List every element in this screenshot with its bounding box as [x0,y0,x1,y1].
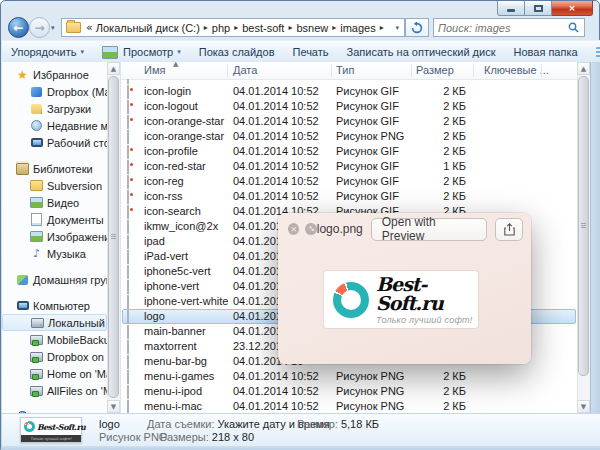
sidebar-item-видео[interactable]: Видео [2,194,107,211]
file-icon-png [127,296,129,308]
chevron-down-icon: ▾ [177,48,181,56]
file-type: Рисунок GIF [336,145,399,157]
sidebar-scroll-down-icon[interactable]: ▼ [107,400,120,413]
file-icon-gif [127,101,129,113]
file-row[interactable]: icon-red-star04.01.2014 10:52Рисунок GIF… [121,159,577,174]
sidebar-scrollbar-thumb[interactable] [108,76,119,398]
favorites-icon: ★ [16,68,29,81]
file-row[interactable]: menu-i-ipod04.01.2014 10:52Рисунок PNG2 … [121,384,577,399]
file-list-scrollbar[interactable]: ▲ ▼ [577,62,590,413]
sidebar-item-документы[interactable]: Документы [2,211,107,228]
sidebar-item-избранное[interactable]: ★Избранное [2,66,107,83]
list-scroll-up-icon[interactable]: ▲ [577,62,590,75]
file-name: icon-reg [144,175,184,187]
file-row[interactable]: icon-rss04.01.2014 10:52Рисунок GIF2 КБ [121,189,577,204]
sidebar-item-локальный-диск[interactable]: Локальный диск [2,314,107,331]
sidebar-item-изображения[interactable]: Изображения [2,228,107,245]
file-list-scrollbar-thumb[interactable] [578,76,589,376]
brand-name: Best-Soft.ru [376,275,478,313]
file-row[interactable]: icon-profile04.01.2014 10:52Рисунок GIF2… [121,144,577,159]
file-date: 04.01.2014 10:52 [233,190,319,202]
breadcrumb-segment[interactable]: bsnew [295,22,329,34]
search-icon[interactable] [568,22,579,33]
file-name: menu-i-mac [144,400,202,412]
column-header-size[interactable]: Размер [416,64,454,76]
sidebar-scrollbar[interactable]: ▲ ▼ [107,62,120,413]
toolbar-button-5[interactable]: Записать на оптический диск [338,43,505,61]
sidebar-item-subversion[interactable]: Subversion [2,177,107,194]
file-date: 04.01.2014 10:52 [233,130,319,142]
popup-close-button[interactable]: × [288,223,299,235]
recent-pages-dropdown[interactable]: ▾ [51,24,55,32]
search-input[interactable] [434,22,568,34]
column-header-name[interactable]: Имя [144,64,165,76]
file-row[interactable]: icon-logout04.01.2014 10:52Рисунок GIF2 … [121,99,577,114]
file-row[interactable]: menu-i-mac04.01.2014 10:52Рисунок PNG2 К… [121,399,577,413]
network-drive-icon [30,384,43,397]
sidebar-item-компьютер[interactable]: Компьютер [2,297,107,314]
share-button[interactable] [495,218,523,241]
toolbar-button-2[interactable]: Просмотр▾ [93,43,190,62]
address-dropdown-icon[interactable]: ▾ [395,24,404,32]
documents-icon [30,213,43,226]
breadcrumb-segment[interactable]: images [339,22,376,34]
toolbar-button-4[interactable]: Печать [283,43,337,61]
breadcrumb[interactable]: « Локальный диск (C:)▸php▸best-soft▸bsne… [61,18,405,37]
toolbar-button-label: Показ слайдов [199,46,275,58]
breadcrumb-separator-icon[interactable]: ▸ [231,23,241,32]
column-header-type[interactable]: Тип [336,64,354,76]
breadcrumb-separator-icon[interactable]: ▸ [201,23,211,32]
breadcrumb-separator-icon[interactable]: ▸ [377,23,387,32]
breadcrumb-segment[interactable]: best-soft [241,22,285,34]
popup-fullscreen-button[interactable]: ↔ [305,223,316,235]
file-icon-gif [127,86,129,98]
file-name: ipad [144,235,165,247]
toolbar-button-1[interactable]: Упорядочить▾ [2,43,93,61]
share-icon [504,223,515,236]
brand-tagline: Только лучший софт! [376,315,478,325]
breadcrumb-segment[interactable]: php [211,22,231,34]
breadcrumb-separator-icon[interactable]: ▸ [285,23,295,32]
column-header-keywords[interactable]: Ключевые ... [484,64,549,76]
minimize-button[interactable] [497,1,525,16]
sidebar-scroll-up-icon[interactable]: ▲ [107,62,120,75]
file-size: 2 КБ [391,115,466,127]
change-view-button[interactable]: ▾ [587,44,600,61]
toolbar-button-6[interactable]: Новая папка [504,43,586,61]
sidebar-item-home-on-mac-[interactable]: Home on 'Mac' ( [2,365,107,382]
file-row[interactable]: icon-login04.01.2014 10:52Рисунок GIF2 К… [121,84,577,99]
sidebar-item-загрузки[interactable]: Загрузки [2,100,107,117]
file-row[interactable]: icon-orange-star04.01.2014 10:52Рисунок … [121,114,577,129]
sidebar-item-музыка[interactable]: ♪Музыка [2,245,107,262]
file-row[interactable]: menu-i-games04.01.2014 10:52Рисунок PNG2… [121,369,577,384]
file-icon-gif [127,176,129,188]
toolbar-button-3[interactable]: Показ слайдов [190,43,284,61]
file-row[interactable]: icon-orange-star04.01.2014 10:52Рисунок … [121,129,577,144]
sidebar-item-библиотеки[interactable]: Библиотеки [2,160,107,177]
column-header-date[interactable]: Дата [233,64,257,76]
breadcrumb-separator-icon[interactable]: ▸ [329,23,339,32]
file-icon-gif [127,191,129,203]
sidebar-item-dropbox-on-mac[interactable]: Dropbox on 'Mac [2,348,107,365]
downloads-icon [30,102,43,115]
forward-button[interactable]: → [29,17,50,38]
file-name: icon-profile [144,145,198,157]
list-scroll-down-icon[interactable]: ▼ [577,400,590,413]
file-name: menu-i-games [144,370,214,382]
close-button[interactable]: × [552,1,593,16]
toolbar-button-label: Записать на оптический диск [347,46,496,58]
sidebar-item-mobilebackups-o[interactable]: MobileBackups o [2,331,107,348]
file-row[interactable]: icon-reg04.01.2014 10:52Рисунок GIF2 КБ [121,174,577,189]
refresh-button[interactable] [405,18,429,37]
back-button[interactable]: ← [8,17,29,38]
sidebar-item-allfiles-on-mac-[interactable]: AllFiles on 'Mac' [2,382,107,399]
maximize-button[interactable] [525,1,552,16]
sidebar-item-недавние-места[interactable]: Недавние места [2,117,107,134]
sidebar-item-dropbox-mac-[interactable]: Dropbox (Mac) [2,83,107,100]
open-with-preview-button[interactable]: Open with Preview [371,218,488,241]
breadcrumb-segment[interactable]: Локальный диск (C:) [95,22,201,34]
file-name: main-banner [144,325,206,337]
sidebar-item-рабочий-стол[interactable]: Рабочий стол [2,134,107,151]
sidebar-item-домашняя-группа[interactable]: Домашняя группа [2,271,107,288]
sidebar-item-label: Документы [47,214,104,226]
